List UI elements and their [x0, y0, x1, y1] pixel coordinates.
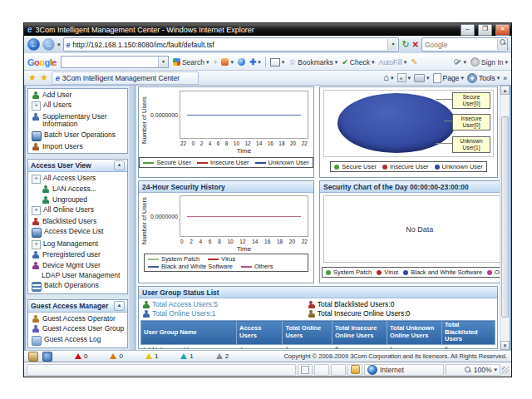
scrollbar-thumb[interactable]	[501, 116, 509, 318]
browser-tab[interactable]: e 3Com Intelligent Management Center	[52, 71, 199, 85]
sidebar-item-supplementary-user-information[interactable]: Supplementary User Information	[28, 111, 127, 129]
info-alarm-badge[interactable]: 2	[216, 352, 229, 360]
sidebar-item-log-management[interactable]: +Log Management	[28, 238, 127, 249]
sidebar-item-add-user[interactable]: Add User	[28, 89, 127, 100]
warning-alarm-icon	[180, 353, 187, 359]
autofill-button[interactable]: AutoFill▾	[378, 58, 406, 66]
guest-access-manager-header[interactable]: Guest Access Manager ▲	[28, 300, 127, 313]
sidebar-item-all-online-users[interactable]: +All Online Users	[28, 204, 127, 216]
major-alarm-badge[interactable]: 0	[110, 352, 122, 360]
bookmarks-button[interactable]: ☆Bookmarks▾	[288, 57, 337, 66]
user-history-chart-panel: Number of Users 0.0000000 22024681012141…	[138, 86, 314, 178]
home-button[interactable]: ⌂▾	[383, 73, 393, 82]
col-total-online-users[interactable]: Total Online Users	[283, 321, 332, 345]
ie-logo-icon: e	[27, 26, 32, 34]
favorites-center-icon[interactable]: ★	[28, 73, 37, 82]
secure-user-line-icon	[143, 162, 154, 164]
signin-button[interactable]: Sign In▾	[470, 57, 508, 66]
sidebar-item-all-access-users[interactable]: +All Access Users	[28, 172, 127, 184]
pie-legend: Secure User Insecure User Unknown User	[330, 161, 487, 172]
google-search-dropdown-icon[interactable]: ▾	[158, 57, 168, 67]
scroll-up-icon[interactable]: ▲	[500, 86, 510, 95]
history-dropdown-icon[interactable]: ▾	[57, 42, 61, 48]
forward-button[interactable]: →	[42, 38, 55, 51]
sidebar-item-import-users[interactable]: Import Users	[28, 141, 127, 152]
sidebar-item-ldap-user-management[interactable]: LDAP User Management	[28, 270, 127, 280]
vertical-scrollbar[interactable]: ▲ ▼	[500, 86, 510, 350]
insecure-user-line-icon	[197, 162, 208, 164]
col-access-users[interactable]: Access Users	[237, 321, 283, 345]
cell-access-users[interactable]: 4	[237, 344, 283, 349]
col-total-unknown-online-users[interactable]: Total Unknown Online Users	[387, 321, 442, 345]
acknowledge-icon[interactable]	[42, 352, 52, 362]
virus-line-icon	[208, 259, 219, 260]
sidebar-splitter[interactable]	[130, 86, 136, 350]
access-user-view-header[interactable]: Access User View ▲	[28, 160, 127, 172]
user-group-status-panel: User Group Status List Total Access User…	[138, 286, 498, 349]
total-access-users-link[interactable]: Total Access Users:5	[152, 300, 218, 308]
pagerank-globe-icon[interactable]	[238, 58, 245, 66]
col-user-group-name[interactable]: User Group Name	[141, 321, 237, 345]
restore-button[interactable]: ❐	[478, 24, 492, 36]
toolbar-plus-icon[interactable]: +	[213, 58, 217, 66]
scroll-down-icon[interactable]: ▼	[500, 341, 510, 350]
address-dropdown-icon[interactable]: ▾	[387, 39, 397, 50]
feeds-button[interactable]: ▾	[397, 73, 411, 82]
others-dot-icon	[487, 270, 492, 275]
add-favorite-icon[interactable]: ★	[40, 73, 48, 82]
warning-alarm-badge[interactable]: 1	[180, 352, 193, 360]
user-group-status-title: User Group Status List	[139, 287, 497, 298]
critical-alarm-badge[interactable]: 0	[75, 352, 87, 360]
sidebar-item-all-users[interactable]: +All Users	[28, 100, 127, 111]
popup-blocker-icon[interactable]: ▾	[270, 58, 285, 66]
col-total-blacklisted-users[interactable]: Total Blacklisted Users	[442, 321, 495, 345]
sidebar-item-blacklisted-users[interactable]: Blacklisted Users	[28, 215, 127, 226]
col-total-insecure-online-users[interactable]: Total Insecure Online Users	[332, 321, 387, 345]
person-icon	[32, 251, 40, 259]
sidebar-item-batch-user-operations[interactable]: Batch User Operations	[28, 129, 127, 141]
report-icon[interactable]	[28, 352, 38, 362]
google-search-input[interactable]: ▾	[61, 56, 169, 68]
sidebar-item-device-mgmt-user[interactable]: Device Mgmt User	[28, 259, 127, 270]
refresh-icon[interactable]: ↻	[401, 40, 409, 49]
more-toolbar-button[interactable]: »	[503, 74, 507, 82]
sidebar-item-guest-access-user-group[interactable]: Guest Access User Group	[28, 323, 127, 334]
stop-icon[interactable]: ✕	[412, 40, 419, 49]
check-icon: ✔	[342, 58, 348, 66]
sidebar-item-batch-operations[interactable]: Batch Operations	[28, 280, 127, 293]
cell-blacklisted: 0	[442, 344, 495, 349]
zoom-control[interactable]: 100%▾	[446, 364, 500, 376]
minor-alarm-badge[interactable]: 1	[145, 352, 158, 360]
sidebar-item-access-device-list[interactable]: Access Device List	[28, 226, 127, 239]
google-search-button[interactable]: Search▾	[173, 58, 209, 66]
sidebar-item-lan-access[interactable]: LAN Access...	[28, 184, 127, 195]
signin-avatar-icon	[470, 57, 480, 66]
highlighter-pen-icon[interactable]: ✎	[411, 58, 417, 66]
sidebar-item-guest-access-operator[interactable]: Guest Access Operator	[28, 313, 127, 323]
search-go-icon[interactable]	[497, 39, 507, 50]
page-menu-button[interactable]: Page▾	[433, 73, 464, 83]
back-button[interactable]: ←	[27, 38, 40, 51]
toolbar-wrench-button[interactable]: ▾	[454, 58, 467, 66]
browser-window: e 3Com Intelligent Management Center - W…	[23, 22, 512, 377]
address-input[interactable]	[73, 41, 386, 49]
y-axis-tick: 0.0000000	[149, 195, 180, 237]
security-zone[interactable]: Internet	[364, 364, 444, 376]
window-title: 3Com Intelligent Management Center - Win…	[36, 26, 457, 34]
collapse-icon[interactable]: ▲	[114, 301, 125, 311]
print-button[interactable]: ▾	[414, 74, 430, 82]
collapse-icon[interactable]: ▲	[114, 160, 125, 170]
sidebar-item-ungrouped[interactable]: Ungrouped	[28, 194, 127, 204]
minimize-button[interactable]: –	[461, 24, 475, 36]
close-button[interactable]: ×	[495, 24, 510, 36]
person-icon	[32, 315, 40, 323]
sitewrench-icon[interactable]: ▾	[221, 58, 234, 66]
sidebar-item-guest-access-log[interactable]: Guest Access Log	[28, 333, 127, 346]
check-button[interactable]: ✔Check▾	[342, 58, 374, 66]
add-gadget-icon[interactable]: ✚▾	[249, 58, 261, 66]
sidebar-item-preregistered-user[interactable]: Preregistered user	[28, 249, 127, 260]
total-online-users-link[interactable]: Total Online Users:1	[152, 309, 216, 318]
search-input[interactable]	[422, 41, 497, 49]
resize-grip[interactable]	[502, 367, 509, 373]
tools-menu-button[interactable]: Tools▾	[467, 73, 500, 83]
